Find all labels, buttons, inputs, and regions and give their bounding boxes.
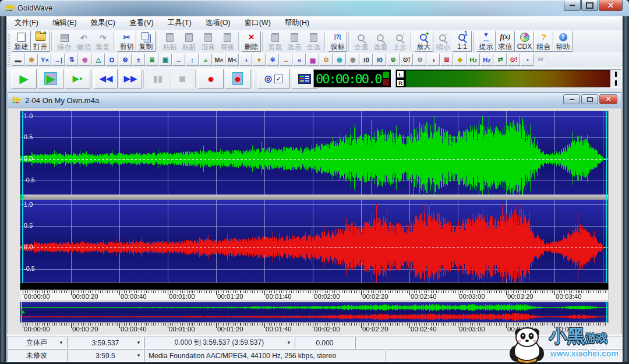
equalizer-icon[interactable]: ≣ bbox=[146, 54, 158, 66]
doppler-icon[interactable]: ◉ bbox=[79, 54, 91, 66]
match-icon[interactable]: M< bbox=[226, 54, 239, 66]
toolbar-button-粘新[interactable]: 粘新 bbox=[179, 31, 199, 52]
left-arrow-icon[interactable]: ← bbox=[172, 54, 185, 66]
rewind-lines-icon[interactable]: « bbox=[293, 54, 306, 66]
overview-strip[interactable] bbox=[20, 302, 609, 323]
toolbar-button-全显[interactable]: 全显 bbox=[352, 31, 371, 52]
offset-icon[interactable]: ↕ bbox=[186, 54, 199, 66]
knob-warning-icon[interactable]: ⊙! bbox=[507, 54, 520, 66]
status-cell[interactable]: Media Foundation AAC/MPEG4, 44100 Hz, 25… bbox=[144, 349, 385, 362]
status-cell[interactable]: 3:59.5▼ bbox=[67, 349, 144, 362]
title-bar[interactable]: GoldWave ✕ bbox=[0, 0, 629, 16]
toolbar-button-复制[interactable]: 复制 bbox=[136, 31, 156, 52]
menu-item-3[interactable]: 查看(V) bbox=[123, 16, 160, 30]
pitch-bars-icon[interactable]: ≡ bbox=[199, 54, 212, 66]
effect-wheel-icon[interactable]: ⊛ bbox=[25, 54, 38, 66]
play-selection-button[interactable]: ▶ bbox=[38, 69, 63, 89]
dropdown-arrow-icon[interactable]: ▼ bbox=[59, 340, 63, 345]
clock-icon[interactable]: ◔ bbox=[521, 54, 533, 66]
freq-knob-icon[interactable]: f0 bbox=[373, 54, 386, 66]
toolbar-button-选示[interactable]: 选示 bbox=[285, 31, 304, 52]
hz-play-icon[interactable]: Hz bbox=[467, 54, 480, 66]
pan-diamond-icon[interactable]: ◆ bbox=[454, 54, 467, 66]
toolbar-button-撤消[interactable]: ↶撤消 bbox=[74, 31, 93, 52]
toolbar-button-1:1[interactable]: 11:1 bbox=[453, 31, 472, 52]
xy-swap-icon[interactable]: Y× bbox=[38, 54, 51, 66]
toolbar-grip[interactable] bbox=[8, 34, 10, 49]
remove-arrow-icon[interactable]: → bbox=[280, 54, 292, 66]
time-ruler[interactable]: 00:00:0000:00:2000:00:4000:01:0000:01:20… bbox=[20, 290, 609, 301]
toolbar-button-粘贴[interactable]: 粘贴 bbox=[160, 31, 179, 52]
updown-arrows-icon[interactable]: ⇅ bbox=[65, 54, 78, 66]
right-channel-waveform[interactable] bbox=[20, 200, 608, 283]
device-bar-icon[interactable]: ▬ bbox=[12, 54, 24, 66]
status-cell[interactable]: 未修改 bbox=[7, 349, 66, 362]
menu-item-4[interactable]: 工具(T) bbox=[162, 16, 197, 30]
maximize-button[interactable] bbox=[581, 0, 598, 11]
resample-icon[interactable]: ⇄ bbox=[494, 54, 507, 66]
toolbar-grip[interactable] bbox=[8, 52, 10, 68]
rainbow-bar-icon[interactable]: ▅ bbox=[306, 54, 319, 66]
selection-start-line[interactable] bbox=[22, 111, 23, 283]
expander-icon[interactable]: ▣ bbox=[159, 54, 172, 66]
menu-item-2[interactable]: 效果(C) bbox=[85, 16, 121, 30]
menu-item-0[interactable]: 文件(F) bbox=[9, 16, 44, 30]
toolbar-button-重复[interactable]: ↷重复 bbox=[93, 31, 112, 52]
toolbar-button-设标[interactable]: |?|设标 bbox=[328, 31, 347, 52]
selection-end-line[interactable] bbox=[606, 111, 607, 283]
overview-waveform[interactable] bbox=[20, 302, 608, 322]
hz-scale-icon[interactable]: Hz bbox=[480, 54, 493, 66]
invert-icon[interactable]: ± bbox=[132, 54, 145, 66]
toolbar-button-打开[interactable]: 打开 bbox=[31, 31, 50, 52]
channel-divider[interactable] bbox=[20, 195, 608, 200]
record-button[interactable]: ● bbox=[198, 69, 224, 89]
dropdown-arrow-icon[interactable]: ▼ bbox=[136, 340, 141, 345]
toolbar-button-选显[interactable]: 选显 bbox=[371, 31, 390, 52]
gear-color-icon[interactable]: ⊙ bbox=[320, 54, 333, 66]
toolbar-button-帮助[interactable]: ?帮助 bbox=[553, 31, 573, 52]
time-knob-icon[interactable]: t0 bbox=[360, 54, 373, 66]
dropdown-arrow-icon[interactable]: ▼ bbox=[136, 353, 141, 358]
menu-item-1[interactable]: 编辑(E) bbox=[47, 16, 83, 30]
knob-alert-icon[interactable]: ⊙! bbox=[400, 54, 413, 66]
fast-forward-button[interactable]: ▶▶ bbox=[119, 69, 142, 89]
toolbar-button-组合[interactable]: ?组合 bbox=[534, 31, 553, 52]
gear-icon[interactable]: ⊗ bbox=[119, 54, 132, 66]
knob-teal-icon[interactable]: ◉ bbox=[333, 54, 346, 66]
document-maximize-button[interactable] bbox=[581, 94, 598, 104]
dropdown-arrow-icon[interactable]: ▼ bbox=[287, 340, 291, 345]
document-close-button[interactable]: ✕ bbox=[599, 94, 617, 104]
left-channel-waveform[interactable] bbox=[20, 111, 608, 195]
record-selection-button[interactable]: ● bbox=[225, 69, 250, 89]
toolbar-button-剪裁[interactable]: 剪裁 bbox=[266, 31, 285, 52]
toolbar-button-缩小[interactable]: −缩小 bbox=[433, 31, 453, 52]
stereo-3d-icon[interactable]: ◑ bbox=[239, 54, 252, 66]
toolbar-button-上步[interactable]: ↑上步 bbox=[390, 31, 409, 52]
filter-omega-icon[interactable]: Ω bbox=[105, 54, 118, 66]
toolbar-button-保存[interactable]: 保存 bbox=[55, 31, 74, 52]
toolbar-button-放大[interactable]: +放大 bbox=[414, 31, 433, 52]
seek-end-icon[interactable]: →| bbox=[52, 54, 65, 66]
sparkle-icon[interactable]: ※ bbox=[266, 54, 279, 66]
toolbar-button-替换[interactable]: 替换 bbox=[218, 31, 237, 52]
mute-lips-icon[interactable]: ⊠ bbox=[440, 54, 453, 66]
knob-link-icon[interactable]: ⊖ bbox=[414, 54, 426, 66]
status-cell[interactable]: 0.000 bbox=[295, 337, 355, 349]
left-channel-area[interactable]: 1.00.50.0-0.5 bbox=[20, 111, 608, 195]
knob-icon[interactable]: ◉ bbox=[347, 54, 359, 66]
toolbar-button-混音[interactable]: 混音 bbox=[199, 31, 218, 52]
menu-item-5[interactable]: 选项(O) bbox=[200, 16, 236, 30]
spectrum-triangle-icon[interactable]: ▼ bbox=[253, 54, 266, 66]
rewind-button[interactable]: ◀◀ bbox=[94, 69, 118, 89]
status-cell[interactable]: 3:59.537▼ bbox=[67, 337, 144, 349]
play-marker-button[interactable]: ▶• bbox=[65, 69, 90, 89]
toolbar-button-CDX[interactable]: CDX bbox=[515, 31, 534, 52]
toolbar-button-求值[interactable]: f(x)求值 bbox=[496, 31, 515, 52]
document-title-bar[interactable]: 2-04 On My Own.m4a ✕ bbox=[8, 93, 621, 108]
right-channel-area[interactable]: 1.00.50.0-0.5 bbox=[20, 200, 608, 283]
toolbar-button-剪切[interactable]: ✂剪切 bbox=[117, 31, 136, 52]
menu-item-6[interactable]: 窗口(W) bbox=[239, 16, 277, 30]
knob-split-icon[interactable]: ◑ bbox=[427, 54, 440, 66]
monitor-checkbox[interactable]: ✓ bbox=[274, 75, 283, 83]
document-minimize-button[interactable] bbox=[563, 94, 580, 104]
